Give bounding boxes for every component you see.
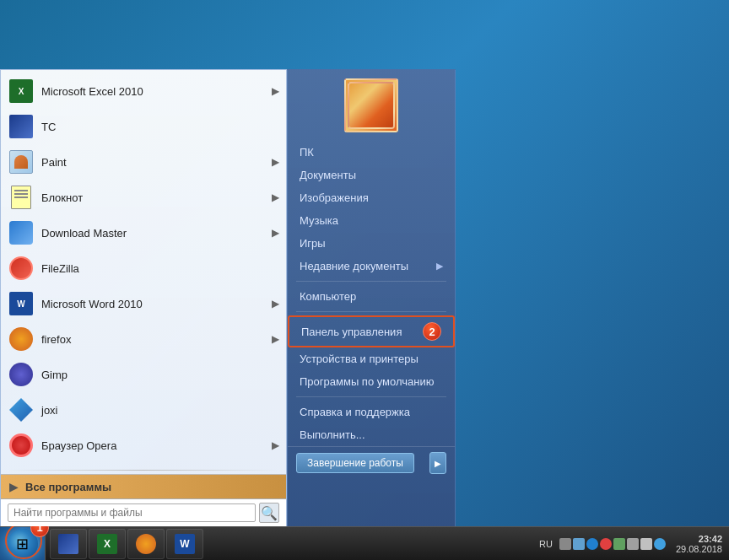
control-panel-label: Панель управления (301, 326, 418, 338)
taskbar-app-firefox[interactable] (127, 529, 165, 559)
right-menu-recent[interactable]: Недавние документы ▶ (288, 255, 455, 277)
word-icon: W (8, 290, 35, 317)
taskbar-apps: X W (46, 527, 208, 560)
menu-item-label: Download Master (41, 227, 272, 240)
sidebar-item-notepad[interactable]: Блокнот ▶ (1, 180, 286, 215)
notepad-icon (8, 184, 35, 211)
arrow-icon: ▶ (272, 439, 279, 451)
arrow-icon: ▶ (272, 227, 279, 239)
telegram-icon (586, 538, 598, 550)
sidebar-item-word[interactable]: W Microsoft Word 2010 ▶ (1, 286, 286, 321)
avatar (344, 78, 398, 132)
up-icon (640, 538, 652, 550)
sidebar-item-joxi[interactable]: joxi (1, 392, 286, 428)
right-menu-help[interactable]: Справка и поддержка (288, 401, 455, 423)
paint-icon (8, 148, 35, 175)
sidebar-item-filezilla[interactable]: FileZilla (1, 250, 286, 286)
clock-time: 23:42 (676, 534, 722, 544)
start-menu-left-panel: X Microsoft Excel 2010 ▶ TC (0, 69, 287, 526)
search-button[interactable]: 🔍 (259, 503, 279, 523)
keyboard-icon (559, 538, 571, 550)
right-menu-images[interactable]: Изображения (288, 186, 455, 209)
menu-item-label: Microsoft Word 2010 (41, 298, 272, 310)
menu-item-label: joxi (41, 404, 279, 417)
taskbar-app-tc[interactable] (50, 529, 87, 559)
volume-icon (613, 538, 625, 550)
joxi-icon (8, 396, 35, 423)
right-panel-divider (296, 281, 446, 282)
badge-2: 2 (423, 322, 441, 341)
shutdown-area: Завершение работы ▶ (288, 446, 455, 479)
opera-icon (8, 432, 35, 459)
all-programs-label: Все программы (25, 481, 111, 493)
gimp-icon (8, 361, 35, 388)
firefox-icon (8, 326, 35, 353)
search-icon: 🔍 (261, 505, 278, 521)
arrow-icon: ▶ (272, 156, 279, 168)
signal-icon (627, 538, 639, 550)
sidebar-item-opera[interactable]: Браузер Opera ▶ (1, 428, 286, 463)
menu-divider (8, 470, 279, 471)
sidebar-item-download-master[interactable]: Download Master ▶ (1, 215, 286, 250)
games-label: Игры (300, 237, 326, 250)
taskbar-app-excel[interactable]: X (89, 529, 126, 559)
computer-label: Компьютер (300, 290, 356, 303)
right-panel-divider-2 (296, 311, 446, 312)
start-search-bar: 🔍 (1, 498, 286, 526)
update-icon (654, 538, 666, 550)
network-icon (573, 538, 585, 550)
right-menu-documents[interactable]: Документы (288, 164, 455, 186)
right-menu-defaults[interactable]: Программы по умолчанию (288, 370, 455, 393)
download-master-icon (8, 219, 35, 246)
right-menu-run[interactable]: Выполнить... (288, 423, 455, 446)
all-programs-button[interactable]: ▶ Все программы (1, 474, 286, 498)
taskbar-right: RU 23:42 29.08.2018 (536, 534, 729, 554)
excel-icon: X (8, 78, 35, 105)
sidebar-item-excel[interactable]: X Microsoft Excel 2010 ▶ (1, 73, 286, 109)
menu-item-label: Браузер Opera (41, 439, 272, 452)
taskbar: ⊞ 1 X W RU (0, 526, 729, 560)
flower-icon (348, 82, 395, 129)
sidebar-item-firefox[interactable]: firefox ▶ (1, 321, 286, 357)
filezilla-icon (8, 255, 35, 282)
antivirus-icon (600, 538, 612, 550)
word-taskbar-icon: W (175, 534, 195, 554)
right-menu-control-panel[interactable]: Панель управления 2 (288, 315, 455, 347)
right-menu-music[interactable]: Музыка (288, 209, 455, 232)
shutdown-button[interactable]: Завершение работы (296, 453, 414, 473)
start-menu-right-panel: ПК Документы Изображения Музыка Игры Нед… (287, 69, 456, 526)
recent-label: Недавние документы (300, 260, 408, 272)
taskbar-clock: 23:42 29.08.2018 (669, 534, 722, 554)
sidebar-item-paint[interactable]: Paint ▶ (1, 144, 286, 180)
arrow-icon: ▶ (272, 298, 279, 310)
chevron-right-icon: ▶ (436, 261, 443, 272)
arrow-icon: ▶ (272, 191, 279, 203)
help-label: Справка и поддержка (300, 406, 410, 418)
arrow-icon: ▶ (272, 85, 279, 97)
devices-label: Устройства и принтеры (300, 353, 418, 365)
right-menu-games[interactable]: Игры (288, 232, 455, 255)
right-panel-divider-3 (296, 396, 446, 397)
taskbar-app-word[interactable]: W (166, 529, 203, 559)
music-label: Музыка (300, 214, 338, 227)
right-menu-computer[interactable]: Компьютер (288, 285, 455, 308)
arrow-icon: ▶ (272, 333, 279, 345)
menu-item-label: Gimp (41, 369, 279, 381)
shutdown-arrow-icon: ▶ (435, 459, 441, 468)
search-input[interactable] (8, 503, 256, 522)
tc-taskbar-icon (58, 534, 78, 554)
apps-list: X Microsoft Excel 2010 ▶ TC (1, 70, 286, 466)
right-menu-devices[interactable]: Устройства и принтеры (288, 347, 455, 370)
pk-label: ПК (300, 146, 314, 159)
excel-taskbar-icon: X (97, 534, 117, 554)
tc-icon (8, 113, 35, 140)
user-avatar-area (288, 78, 455, 132)
sidebar-item-tc[interactable]: TC (1, 109, 286, 144)
menu-item-label: firefox (41, 333, 272, 346)
start-menu: X Microsoft Excel 2010 ▶ TC (0, 69, 456, 526)
desktop: X Microsoft Excel 2010 ▶ TC (0, 0, 729, 560)
shutdown-arrow-button[interactable]: ▶ (429, 452, 446, 474)
right-menu-pk[interactable]: ПК (288, 141, 455, 164)
sidebar-item-gimp[interactable]: Gimp (1, 357, 286, 392)
firefox-taskbar-icon (136, 534, 156, 554)
